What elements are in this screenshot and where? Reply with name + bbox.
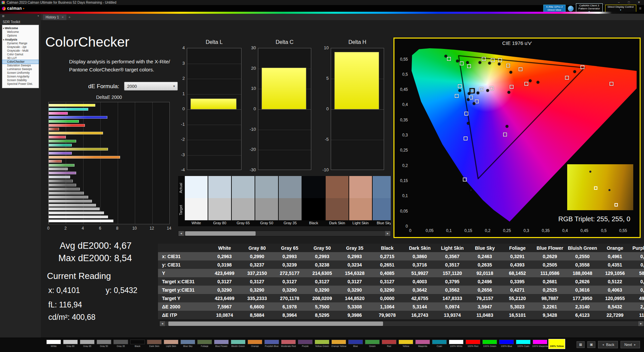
swatch-target	[255, 198, 278, 220]
sidebar-item-colorchecker[interactable]: ColorChecker	[2, 60, 39, 64]
scroll-track[interactable]	[184, 231, 385, 236]
sidebar-item-screen-uniformity[interactable]: Screen Uniformity	[2, 71, 39, 75]
device-button-x-rite-i1pro-2[interactable]: X-Rite i1Pro 2Direct View	[543, 5, 566, 12]
calman-menu-button[interactable]: calman ▾	[2, 6, 24, 11]
bottom-patch-dark-skin[interactable]: Dark Skin	[146, 338, 163, 349]
sidebar-item-saturation-sweeps[interactable]: Saturation Sweeps	[2, 64, 39, 67]
sidebar-item-luminance-sweeps[interactable]: Luminance Sweeps	[2, 67, 39, 71]
chevron-down-icon[interactable]: ▾	[38, 14, 39, 19]
patch-color	[113, 340, 128, 344]
sidebar-item-dynamic-range[interactable]: Dynamic Range	[2, 42, 39, 45]
sidebar-item-options[interactable]: Options	[2, 34, 39, 38]
patch-label: Orange Yellow	[331, 345, 346, 347]
table-cell: 0,4351	[599, 262, 631, 268]
bottom-patch-light-skin[interactable]: Light Skin	[163, 338, 179, 349]
bottom-patch-bluish-green[interactable]: Bluish Green	[230, 338, 247, 349]
bottom-patch-orange-yellow[interactable]: Orange Yellow	[330, 338, 347, 349]
scroll-left-icon[interactable]: ◄	[160, 321, 165, 326]
back-button[interactable]: ◄ Back	[598, 341, 618, 348]
swatch-column-light-skin: Light Skin	[349, 176, 372, 226]
scroll-right-icon[interactable]: ►	[638, 321, 644, 326]
column-header: Blue Sky	[469, 245, 501, 251]
target-point	[610, 82, 613, 85]
sidebar-item-spectral-power-dist[interactable]: Spectral Power Dist.	[2, 82, 39, 86]
swatch-scrollbar[interactable]: ◄ ►	[178, 231, 391, 236]
tab-history-1[interactable]: History 1 ✕	[43, 14, 66, 20]
sidebar-item-screen-angularity[interactable]: Screen Angularity	[2, 75, 39, 78]
measured-point	[459, 89, 461, 92]
bottom-patch-yellow[interactable]: Yellow	[397, 338, 414, 349]
sidebar-item-screen-stability[interactable]: Screen Stability	[2, 78, 39, 82]
bottom-patch-black[interactable]: Black	[129, 338, 146, 349]
bottom-patch-100-blue[interactable]: 100% Blue	[498, 338, 515, 349]
bottom-patch-purplish-blue[interactable]: Purplish Blue	[263, 338, 280, 349]
bottom-patch-100-magenta[interactable]: 100% Magenta	[532, 338, 548, 349]
gridline	[187, 109, 241, 110]
chart-title: DeltaE 2000	[48, 95, 170, 100]
pattern-window-icon[interactable]: ▦	[577, 341, 585, 348]
tree-section-analysis[interactable]: ▾Analysis	[2, 38, 39, 42]
table-cell: 0,2681	[534, 279, 566, 284]
display-window-icon[interactable]: ▣	[587, 341, 595, 348]
de-formula-select[interactable]: 2000 ▼	[124, 82, 178, 91]
bottom-patch-gray-80[interactable]: Gray 80	[62, 338, 79, 349]
scroll-track[interactable]	[165, 321, 638, 326]
sidebar-item-grayscale-2pt[interactable]: Grayscale - 2pt	[2, 45, 39, 49]
bottom-patch-yellow-green[interactable]: Yellow Green	[314, 338, 330, 349]
bottom-patch-blue-sky[interactable]: Blue Sky	[179, 338, 196, 349]
de-formula-value: 2000	[127, 84, 137, 89]
table-cell: 0,1954	[631, 287, 644, 293]
bottom-patch-cyan[interactable]: Cyan	[431, 338, 448, 349]
bottom-patch-moderate-red[interactable]: Moderate Red	[280, 338, 297, 349]
bar	[49, 196, 88, 198]
sidebar-item-3d-lut[interactable]: 3D LUT	[2, 56, 39, 60]
table-cell: 11,0483	[469, 312, 501, 318]
sidebar-item-grayscale-multi[interactable]: Grayscale - Multi	[2, 49, 39, 53]
bottom-patch-purple[interactable]: Purple	[297, 338, 314, 349]
measured-point	[506, 125, 508, 127]
bottom-patch-100-yellow[interactable]: 100% Yellow	[548, 338, 565, 349]
axis-tick-label: 12	[147, 226, 157, 231]
bottom-patch-blue-flower[interactable]: Blue Flower	[213, 338, 230, 349]
sidebar-item-welcome[interactable]: Welcome	[2, 30, 39, 34]
bottom-patch-100-red[interactable]: 100% Red	[465, 338, 481, 349]
device-button-direct-display-control[interactable]: Direct Display Control▾	[605, 5, 636, 12]
bottom-patch-magenta[interactable]: Magenta	[414, 338, 431, 349]
bottom-patch-100-green[interactable]: 100% Green	[481, 338, 498, 349]
bottom-patch-gray-65[interactable]: Gray 65	[79, 338, 96, 349]
sidebar-item-color-gamut[interactable]: Color Gamut	[2, 53, 39, 56]
device-button-label: CalMAN Client 3	[579, 4, 600, 7]
target-point	[480, 87, 483, 91]
menu-icon[interactable]: ≡	[639, 6, 641, 11]
menu-icon[interactable]: ▦	[2, 14, 5, 19]
close-icon[interactable]: ✕	[61, 16, 64, 19]
bottom-patch-gray-50[interactable]: Gray 50	[96, 338, 112, 349]
measured-point	[508, 91, 510, 94]
bottom-patch-gray-35[interactable]: Gray 35	[112, 338, 129, 349]
bottom-patch-orange[interactable]: Orange	[247, 338, 263, 349]
table-scrollbar[interactable]: ◄ ►	[159, 321, 644, 327]
tree-section-welcome[interactable]: ▾Welcome	[2, 26, 39, 30]
scroll-thumb[interactable]	[185, 231, 256, 236]
row-label: ΔE ITP	[158, 312, 208, 318]
target-point	[469, 96, 473, 99]
bottom-patch-red[interactable]: Red	[381, 338, 397, 349]
bottom-patch-100-cyan[interactable]: 100% Cyan	[515, 338, 532, 349]
measured-point	[486, 89, 489, 92]
axis-tick-label: 0,35	[394, 118, 408, 122]
scroll-thumb[interactable]	[168, 321, 383, 326]
bottom-patch-100-white[interactable]: 100% White	[448, 338, 465, 349]
bottom-patch-white[interactable]: White	[45, 338, 62, 349]
table-cell: 0,2626	[566, 279, 599, 284]
app-icon	[2, 1, 5, 4]
axis-tick-label: 5	[315, 76, 329, 81]
bottom-patch-blue[interactable]: Blue	[347, 338, 364, 349]
bottom-patch-foliage[interactable]: Foliage	[196, 338, 213, 349]
swatch-target	[185, 198, 208, 220]
swatch-actual	[279, 176, 302, 198]
scroll-right-icon[interactable]: ►	[385, 231, 390, 236]
next-button[interactable]: Next ►	[621, 341, 640, 348]
scroll-left-icon[interactable]: ◄	[178, 231, 184, 236]
add-tab-button[interactable]: +	[66, 14, 72, 20]
bottom-patch-green[interactable]: Green	[364, 338, 381, 349]
